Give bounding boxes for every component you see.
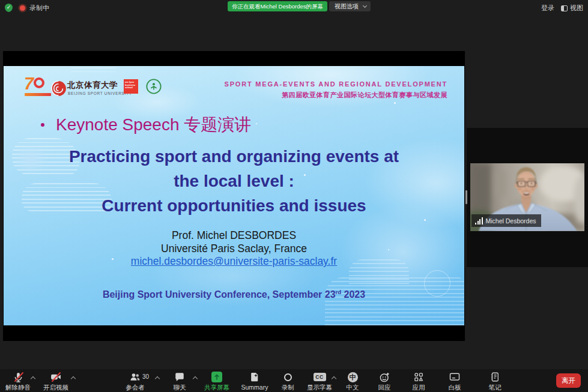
notes-button[interactable]: 笔记: [476, 371, 514, 391]
apps-button[interactable]: 应用: [399, 371, 438, 391]
reactions-button[interactable]: 回应: [365, 371, 404, 391]
bsu-name-english: BEIJING SPORT UNIVERSITY: [68, 91, 132, 95]
bsu-swirl-logo: [49, 79, 68, 98]
conference-footer: Beijing Sport University Conference, Sep…: [4, 289, 464, 300]
audio-level-icon: [475, 217, 483, 225]
participants-button[interactable]: 参会者 30: [116, 371, 154, 391]
share-screen-button[interactable]: 共享屏幕: [198, 371, 236, 391]
slide-header-chinese: 第四届欧亚体育产业国际论坛大型体育赛事与区域发展: [282, 91, 447, 100]
sign-in-button[interactable]: 登录: [541, 4, 554, 13]
whiteboard-button[interactable]: 白板: [435, 371, 474, 391]
slide-header-english: SPORT MEGA-EVENTS AND REGIONAL DEVELOPME…: [225, 80, 447, 88]
reactions-icon: [379, 372, 390, 383]
green-association-logo: [146, 79, 162, 94]
view-options-dropdown[interactable]: 视图选项: [329, 1, 371, 11]
chevron-up-icon[interactable]: [31, 376, 35, 381]
keynote-heading: Keynote Speech 专题演讲: [41, 113, 251, 136]
chevron-up-icon[interactable]: [155, 376, 160, 381]
chevron-up-icon[interactable]: [193, 376, 198, 381]
participants-count: 30: [142, 373, 149, 380]
speaker-info: Prof. Michel DESBORDES Université Paris …: [4, 229, 464, 268]
chinese-language-icon: 中: [348, 372, 358, 382]
video-panel: Michel Desbordes: [467, 128, 588, 267]
apps-icon: [413, 372, 424, 382]
speaker-email-link: michel.desbordes@universite-paris-saclay…: [131, 255, 337, 267]
chevron-down-icon: [363, 4, 367, 8]
record-icon: [284, 373, 292, 381]
chat-button[interactable]: 聊天: [160, 371, 199, 391]
top-bar: ✓ 录制中 你正在观看Michel Desbordes的屏幕 视图选项 登录 视…: [0, 0, 588, 14]
meeting-toolbar: 解除静音 开启视频 参会者: [0, 369, 588, 392]
participant-nameplate: Michel Desbordes: [471, 214, 541, 227]
watching-screen-banner: 你正在观看Michel Desbordes的屏幕: [228, 1, 327, 11]
security-shield-icon[interactable]: ✓: [5, 4, 13, 12]
leave-meeting-button[interactable]: 离开: [556, 373, 581, 388]
emlyon-logo: em lyon business school: [124, 79, 138, 94]
panel-collapse-handle[interactable]: [465, 190, 467, 204]
unmute-button[interactable]: 解除静音: [0, 371, 37, 391]
speaker-affiliation: Université Paris Saclay, France: [4, 243, 464, 256]
view-button[interactable]: 视图: [561, 4, 583, 13]
recording-status: 录制中: [29, 4, 49, 13]
notes-icon: [489, 372, 500, 382]
shared-screen-area: 7 北京体育大学 BEIJING SPORT UNIVERSITY em lyo…: [3, 51, 465, 341]
participant-video-thumbnail[interactable]: Michel Desbordes: [470, 163, 584, 231]
whiteboard-icon: [449, 371, 461, 383]
layout-view-icon: [561, 5, 568, 11]
stripes-decoration: [71, 67, 116, 74]
slide-title: Practicing sport and organizing events a…: [4, 144, 464, 218]
presentation-slide: 7 北京体育大学 BEIJING SPORT UNIVERSITY em lyo…: [4, 66, 464, 325]
chevron-up-icon[interactable]: [71, 376, 76, 381]
speaker-name: Prof. Michel DESBORDES: [4, 229, 464, 243]
start-video-button[interactable]: 开启视频: [37, 371, 75, 391]
share-screen-active-icon: [211, 372, 222, 382]
recording-icon: [20, 5, 25, 11]
summary-icon: [249, 372, 260, 382]
participant-name: Michel Desbordes: [486, 217, 536, 225]
bsu-name-chinese: 北京体育大学: [67, 80, 118, 91]
zoom-meeting-window: ✓ 录制中 你正在观看Michel Desbordes的屏幕 视图选项 登录 视…: [0, 0, 588, 392]
closed-captions-icon: CC: [314, 373, 326, 381]
chat-icon: [174, 372, 185, 382]
participants-icon: [129, 371, 141, 383]
bullet-icon: [41, 123, 44, 127]
